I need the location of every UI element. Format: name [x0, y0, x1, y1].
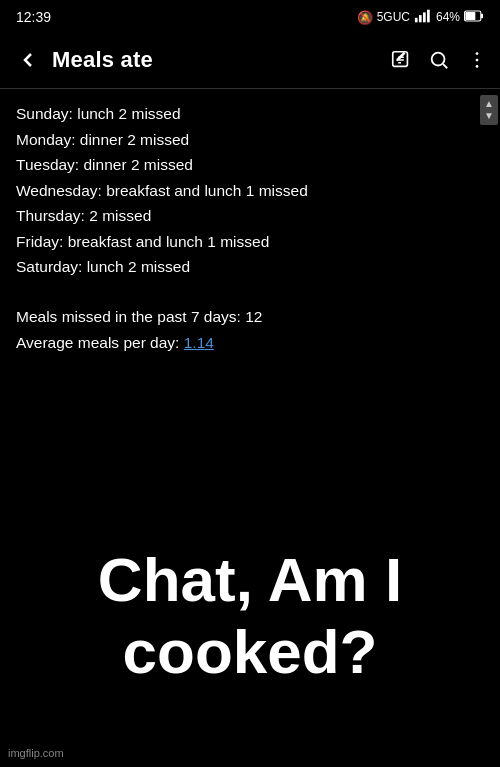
- meal-item: Friday: breakfast and lunch 1 missed: [16, 229, 484, 255]
- stats-section: Meals missed in the past 7 days: 12 Aver…: [16, 304, 484, 355]
- scroll-down-arrow: ▼: [484, 111, 494, 121]
- svg-point-11: [476, 59, 479, 62]
- meme-text: Chat, Am I cooked?: [20, 544, 480, 687]
- signal-icon: [414, 9, 432, 26]
- meal-item: Sunday: lunch 2 missed: [16, 101, 484, 127]
- svg-point-10: [476, 52, 479, 55]
- status-icons: 🔕 5GUC 64%: [357, 9, 484, 26]
- status-time: 12:39: [16, 9, 51, 25]
- meal-list: Sunday: lunch 2 missedMonday: dinner 2 m…: [16, 101, 484, 280]
- app-bar: Meals ate: [0, 32, 500, 88]
- app-bar-actions: [390, 49, 488, 71]
- back-button[interactable]: [12, 44, 44, 76]
- svg-rect-0: [415, 17, 418, 22]
- main-content: ▲ ▼ Sunday: lunch 2 missedMonday: dinner…: [0, 89, 500, 367]
- watermark: imgflip.com: [8, 747, 64, 759]
- average-value-link[interactable]: 1.14: [184, 334, 214, 351]
- svg-rect-2: [423, 12, 426, 22]
- svg-rect-5: [481, 13, 483, 18]
- meme-text-section: Chat, Am I cooked?: [0, 524, 500, 707]
- alarm-icon: 🔕: [357, 10, 373, 25]
- meal-item: Tuesday: dinner 2 missed: [16, 152, 484, 178]
- svg-line-9: [443, 64, 447, 68]
- more-options-icon[interactable]: [466, 49, 488, 71]
- battery-icon: [464, 10, 484, 25]
- meal-item: Wednesday: breakfast and lunch 1 missed: [16, 178, 484, 204]
- average-stat: Average meals per day: 1.14: [16, 330, 484, 356]
- svg-point-12: [476, 65, 479, 68]
- scroll-up-arrow: ▲: [484, 99, 494, 109]
- page-title: Meals ate: [52, 47, 382, 73]
- scroll-indicator[interactable]: ▲ ▼: [480, 95, 498, 125]
- meals-missed-stat: Meals missed in the past 7 days: 12: [16, 304, 484, 330]
- svg-point-8: [432, 53, 445, 66]
- status-bar: 12:39 🔕 5GUC 64%: [0, 0, 500, 32]
- search-icon[interactable]: [428, 49, 450, 71]
- svg-rect-6: [465, 11, 475, 19]
- meal-item: Saturday: lunch 2 missed: [16, 254, 484, 280]
- svg-rect-3: [427, 9, 430, 22]
- battery-label: 64%: [436, 10, 460, 24]
- edit-icon[interactable]: [390, 49, 412, 71]
- svg-rect-1: [419, 15, 422, 22]
- network-label: 5GUC: [377, 10, 410, 24]
- meal-item: Thursday: 2 missed: [16, 203, 484, 229]
- meal-item: Monday: dinner 2 missed: [16, 127, 484, 153]
